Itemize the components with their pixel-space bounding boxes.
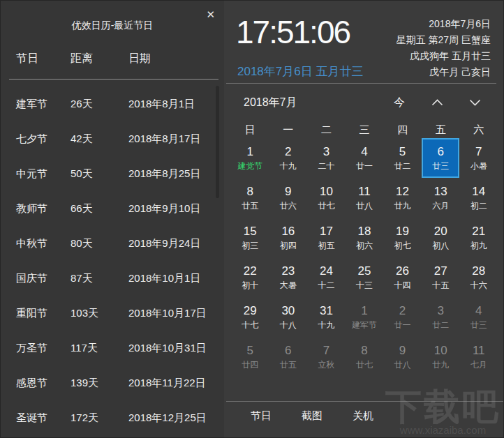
festival-date: 2018年8月25日 [128,167,200,181]
panel-title: 优效日历-最近节日 [1,20,224,32]
day-cell[interactable]: 5廿二 [383,138,422,178]
festival-row[interactable]: 圣诞节 172天 2018年12月25日 [1,400,224,435]
day-subtext: 初六 [356,241,373,251]
calendar-panel: 17:51:06 2018年7月6日 五月廿三 2018年7月6日 星期五 第2… [224,1,503,437]
festival-row[interactable]: 中秋节 80天 2018年9月24日 [1,226,224,261]
next-month-button[interactable] [456,99,494,106]
festival-name: 教师节 [16,202,47,216]
day-cell[interactable]: 27十五 [422,257,460,297]
day-cell[interactable]: 13六月 [422,178,460,218]
day-cell[interactable]: 3廿二 [422,297,460,337]
day-cell[interactable]: 17初五 [307,218,346,257]
festival-row[interactable]: 建军节 26天 2018年8月1日 [1,86,224,121]
day-cell[interactable]: 7立秋 [307,337,346,377]
day-number: 8 [361,344,367,358]
day-number: 29 [244,304,257,318]
day-number: 19 [396,225,409,239]
info-line-week: 星期五 第27周 巨蟹座 [396,32,491,48]
day-cell[interactable]: 10廿九 [422,337,460,377]
weekday-label: 三 [346,123,384,136]
close-icon[interactable]: ✕ [206,9,215,20]
day-number: 6 [285,344,291,358]
day-subtext: 廿三 [432,161,449,172]
day-cell[interactable]: 8廿七 [346,337,384,377]
day-cell[interactable]: 19初七 [383,218,422,257]
day-number: 15 [244,225,257,239]
day-cell[interactable]: 10廿七 [307,178,346,218]
day-cell[interactable]: 11廿八 [346,178,384,218]
festival-row[interactable]: 教师节 66天 2018年9月10日 [1,191,224,226]
day-cell[interactable]: 2十九 [269,138,308,178]
day-subtext: 建党节 [237,161,262,172]
day-subtext: 廿九 [432,360,449,370]
day-cell[interactable]: 9廿六 [269,178,308,218]
day-cell-selected[interactable]: 6廿三 [422,138,460,178]
day-subtext: 廿五 [280,360,297,370]
weekday-label: 日 [231,123,269,136]
day-cell[interactable]: 21初九 [459,218,498,257]
festival-distance: 172天 [71,411,98,425]
festival-row[interactable]: 七夕节 42天 2018年8月17日 [1,121,224,156]
day-cell[interactable]: 20初八 [422,218,460,257]
day-number: 3 [323,145,329,159]
day-cell[interactable]: 6廿五 [269,337,308,377]
day-cell[interactable]: 1建军节 [346,297,384,337]
festival-row[interactable]: 国庆节 87天 2018年10月1日 [1,261,224,296]
digital-clock: 17:51:06 [236,15,350,50]
day-subtext: 小暑 [470,161,487,172]
scrollbar-thumb[interactable] [216,86,219,198]
day-cell[interactable]: 25十三 [346,257,384,297]
day-cell[interactable]: 3二十 [307,138,346,178]
day-subtext: 七月 [470,360,487,370]
day-number: 7 [323,344,329,358]
day-subtext: 廿七 [356,360,373,370]
clock-date-lunar: 2018年7月6日 五月廿三 [237,63,363,80]
day-cell[interactable]: 23大暑 [269,257,308,297]
day-cell[interactable]: 22初十 [231,257,269,297]
day-cell[interactable]: 26十四 [383,257,422,297]
day-cell[interactable]: 24十二 [307,257,346,297]
day-cell[interactable]: 18初六 [346,218,384,257]
festival-button[interactable]: 节日 [251,409,272,423]
day-cell[interactable]: 15初三 [231,218,269,257]
day-number: 23 [281,264,295,278]
day-cell[interactable]: 5廿四 [231,337,269,377]
day-number: 8 [247,185,253,199]
month-title[interactable]: 2018年7月 [244,96,297,110]
festival-row[interactable]: 重阳节 103天 2018年10月17日 [1,296,224,331]
day-subtext: 初七 [394,241,411,251]
day-cell[interactable]: 4廿三 [459,297,498,337]
festival-distance: 26天 [71,98,93,111]
day-number: 4 [475,304,482,318]
festival-row[interactable]: 感恩节 139天 2018年11月22日 [1,365,224,400]
day-number: 14 [472,185,485,199]
header-divider [9,79,218,80]
festival-row[interactable]: 中元节 50天 2018年8月25日 [1,156,224,191]
day-cell[interactable]: 2廿一 [383,297,422,337]
day-cell[interactable]: 30十八 [269,297,308,337]
day-cell[interactable]: 8廿五 [231,178,269,218]
day-cell[interactable]: 7小暑 [459,138,498,178]
festival-row[interactable]: 万圣节 117天 2018年10月31日 [1,331,224,365]
day-cell[interactable]: 29十七 [231,297,269,337]
day-cell[interactable]: 14初二 [459,178,498,218]
prev-month-button[interactable] [418,99,456,106]
day-number: 11 [473,344,485,358]
shutdown-button[interactable]: 关机 [353,409,373,423]
day-subtext: 初四 [280,241,297,251]
festival-list: 建军节 26天 2018年8月1日 七夕节 42天 2018年8月17日 中元节… [1,86,224,435]
day-cell[interactable]: 1建党节 [231,138,269,178]
day-cell[interactable]: 12廿九 [383,178,422,218]
day-cell[interactable]: 11七月 [459,337,498,377]
day-cell[interactable]: 4廿一 [346,138,384,178]
day-cell[interactable]: 31十九 [307,297,346,337]
today-button[interactable]: 今 [380,96,418,110]
day-cell[interactable]: 9廿八 [383,337,422,377]
day-number: 9 [399,344,406,358]
screenshot-button[interactable]: 截图 [302,409,323,423]
day-cell[interactable]: 16初四 [269,218,308,257]
chevron-down-icon [469,99,481,106]
weekday-label: 二 [307,123,346,136]
day-cell[interactable]: 28十六 [459,257,498,297]
festival-distance: 50天 [71,167,93,181]
